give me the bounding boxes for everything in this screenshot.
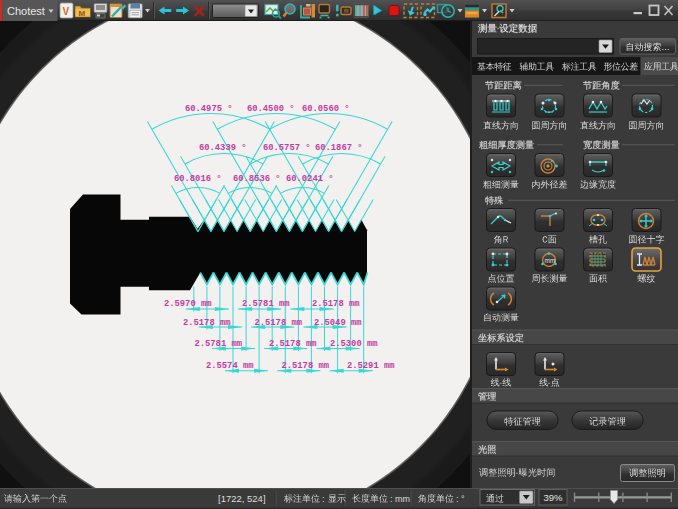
svg-text:2.5291 mm: 2.5291 mm: [347, 361, 395, 371]
svg-text::: :: [322, 494, 325, 504]
svg-text:2.5178 mm: 2.5178 mm: [183, 318, 231, 328]
svg-text:60.8536 °: 60.8536 °: [233, 174, 281, 184]
svg-text:2.5049 mm: 2.5049 mm: [314, 318, 362, 328]
svg-text:M: M: [79, 9, 86, 18]
svg-text:2.5574 mm: 2.5574 mm: [206, 361, 254, 371]
svg-text:: °: : °: [456, 494, 465, 504]
svg-text:2.5300 mm: 2.5300 mm: [330, 339, 378, 349]
svg-text:60.4339 °: 60.4339 °: [199, 143, 247, 153]
svg-text:2.5178 mm: 2.5178 mm: [269, 339, 317, 349]
svg-text:V: V: [63, 6, 70, 17]
svg-text:60.4500 °: 60.4500 °: [247, 104, 295, 114]
svg-text:60.8016 °: 60.8016 °: [174, 174, 222, 184]
svg-text:2.5781 mm: 2.5781 mm: [195, 339, 243, 349]
svg-text:Chotest: Chotest: [7, 5, 45, 17]
svg-text:60.0241 °: 60.0241 °: [286, 174, 334, 184]
svg-text:: mm: : mm: [390, 494, 410, 504]
svg-text:39%: 39%: [544, 492, 564, 503]
svg-text:60.0560 °: 60.0560 °: [302, 104, 350, 114]
svg-text:60.1867 °: 60.1867 °: [315, 143, 363, 153]
svg-text:mm: mm: [545, 257, 556, 264]
svg-text:60.5757 °: 60.5757 °: [263, 143, 311, 153]
svg-text:2.5178 mm: 2.5178 mm: [255, 318, 303, 328]
svg-text:2.5781 mm: 2.5781 mm: [242, 299, 290, 309]
svg-text:2.5178 mm: 2.5178 mm: [282, 361, 330, 371]
svg-text:60.4975 °: 60.4975 °: [185, 104, 233, 114]
svg-text:[1722, 524]: [1722, 524]: [218, 493, 266, 504]
svg-text:2.5178 mm: 2.5178 mm: [312, 299, 360, 309]
svg-text:2.5970 mm: 2.5970 mm: [164, 299, 212, 309]
